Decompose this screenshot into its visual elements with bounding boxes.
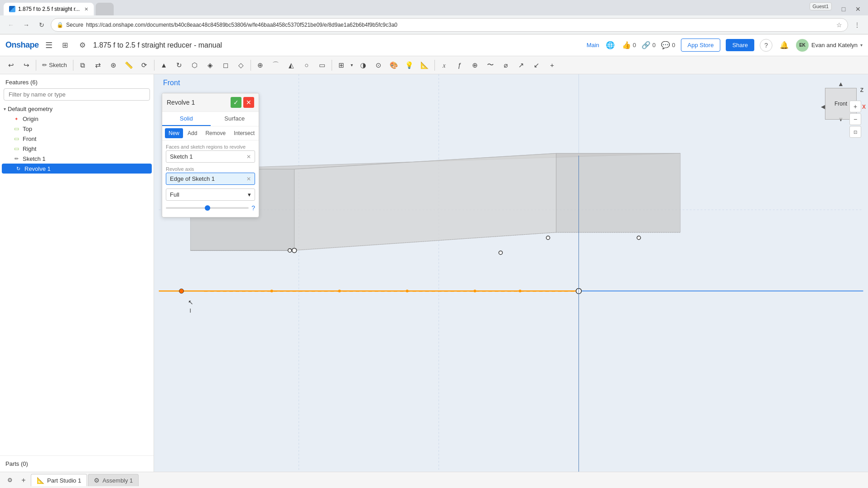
revolve-button[interactable]: ↻: [172, 58, 187, 72]
comment-count[interactable]: 💬 0: [661, 41, 675, 49]
full-type-select[interactable]: Full ▾: [166, 188, 255, 201]
main-toolbar: ↩ ↪ ✏ Sketch ⧉ ⇄ ⊛ 📏 ⟳ ▲ ↻ ⬡ ◈ ◻ ◇ ⊕ ⌒ ◭…: [0, 56, 868, 74]
tab-part-studio[interactable]: 📐 Part Studio 1: [31, 474, 87, 486]
pattern-button[interactable]: ⊛: [106, 58, 121, 72]
transform-button[interactable]: ⟳: [137, 58, 152, 72]
sub-tab-intersect[interactable]: Intersect: [230, 128, 258, 138]
curve-button[interactable]: 〜: [483, 58, 498, 72]
dialog-ok-button[interactable]: ✓: [231, 97, 241, 108]
feature-item-front[interactable]: ▭ Front: [0, 134, 154, 144]
bookmark-star-icon[interactable]: ☆: [836, 21, 842, 29]
hole-button[interactable]: ○: [299, 58, 314, 72]
share-button[interactable]: Share: [726, 39, 754, 51]
angle-slider-thumb[interactable]: [205, 205, 210, 211]
sketch-button[interactable]: ✏ Sketch: [39, 60, 71, 70]
faces-clear-icon[interactable]: ✕: [246, 154, 251, 160]
filter-input-container: [4, 88, 150, 101]
measure-button[interactable]: 📏: [122, 58, 136, 72]
feature-item-top[interactable]: ▭ Top: [0, 124, 154, 134]
axis-value: Edge of Sketch 1: [170, 175, 215, 182]
link-number: 0: [652, 42, 656, 48]
dialog-tab-solid[interactable]: Solid: [162, 112, 211, 126]
copy-button[interactable]: ⧉: [76, 58, 90, 72]
mate-connector-button[interactable]: ⊕: [468, 58, 482, 72]
draft-button[interactable]: ◭: [284, 58, 299, 72]
axis-field[interactable]: Edge of Sketch 1 ✕: [166, 173, 255, 185]
dialog-tab-surface[interactable]: Surface: [211, 112, 259, 126]
toolbar-separator-4: [251, 60, 251, 71]
axis-clear-icon[interactable]: ✕: [246, 176, 251, 182]
feature-item-origin[interactable]: ✦ Origin: [0, 114, 154, 124]
dialog-close-button[interactable]: ✕: [243, 97, 254, 108]
redo-button[interactable]: ↪: [19, 58, 34, 72]
loft-button[interactable]: ◈: [203, 58, 217, 72]
feature-item-sketch1[interactable]: ✏ Sketch 1: [0, 154, 154, 164]
grid-icon[interactable]: ⊞: [59, 39, 72, 52]
shell-button[interactable]: ◻: [218, 58, 233, 72]
address-bar[interactable]: 🔒 Secure https://cad.onshape.com/documen…: [51, 18, 848, 32]
close-window-button[interactable]: ✕: [852, 3, 864, 15]
boolean-button[interactable]: ⊕: [253, 58, 268, 72]
sub-tab-remove[interactable]: Remove: [202, 128, 229, 138]
appearance-button[interactable]: 🎨: [387, 58, 401, 72]
feature-item-revolve1[interactable]: ↻ Revolve 1: [2, 164, 152, 174]
settings-icon[interactable]: ⚙: [76, 39, 89, 52]
render-button[interactable]: 💡: [402, 58, 417, 72]
view-dropdown-button[interactable]: ▾: [349, 58, 355, 72]
filter-input[interactable]: [4, 88, 150, 101]
rotate-up-icon[interactable]: ▲: [836, 79, 846, 89]
zoom-in-button[interactable]: +: [849, 101, 861, 112]
maximize-button[interactable]: □: [837, 3, 850, 15]
tab-assembly[interactable]: ⚙ Assembly 1: [88, 474, 139, 486]
chamfer-button[interactable]: ◇: [234, 58, 248, 72]
top-nav: Onshape ☰ ⊞ ⚙ 1.875 f to 2.5 f straight …: [0, 34, 868, 56]
project-button[interactable]: ↗: [514, 58, 529, 72]
helix-button[interactable]: ⌀: [499, 58, 513, 72]
angle-slider[interactable]: [166, 207, 249, 209]
user-profile[interactable]: EK Evan and Katelyn ▾: [796, 39, 863, 52]
viewport[interactable]: Front: [154, 74, 868, 472]
notifications-icon[interactable]: 🔔: [778, 39, 791, 52]
thumbsup-count[interactable]: 👍 0: [622, 41, 636, 49]
zoom-out-button[interactable]: −: [849, 113, 861, 125]
globe-icon[interactable]: 🌐: [604, 39, 617, 52]
link-count[interactable]: 🔗 0: [641, 41, 656, 49]
mirror-button[interactable]: ⇄: [91, 58, 106, 72]
extensions-button[interactable]: ⋮: [851, 19, 863, 31]
hamburger-menu-icon[interactable]: ☰: [43, 39, 54, 52]
bottom-settings-icon[interactable]: ⚙: [4, 474, 16, 487]
variable-button[interactable]: 𝑥: [437, 58, 452, 72]
plane-button[interactable]: ▭: [315, 58, 329, 72]
browser-inactive-tab[interactable]: [96, 3, 114, 15]
isolate-button[interactable]: ⊙: [371, 58, 386, 72]
featurescript-button[interactable]: ƒ: [453, 58, 467, 72]
sub-tab-new[interactable]: New: [165, 128, 183, 138]
forward-button[interactable]: →: [20, 19, 33, 31]
measure2-button[interactable]: 📐: [418, 58, 432, 72]
x-axis-label: X: [862, 104, 866, 110]
help-button[interactable]: ?: [760, 39, 772, 52]
app-store-button[interactable]: App Store: [681, 39, 721, 52]
zoom-fit-button[interactable]: ⊡: [849, 126, 861, 138]
add-tab-button[interactable]: +: [17, 474, 30, 487]
help-icon[interactable]: ?: [251, 204, 255, 212]
undo-button[interactable]: ↩: [4, 58, 18, 72]
view-button[interactable]: ⊞: [334, 58, 349, 72]
wrap-button[interactable]: ↙: [530, 58, 544, 72]
extrude-button[interactable]: ▲: [157, 58, 171, 72]
fillet-button[interactable]: ⌒: [269, 58, 283, 72]
toolbar-separator-6: [434, 60, 435, 71]
browser-active-tab[interactable]: 1.875 f to 2.5 f straight r... ✕: [4, 3, 94, 15]
section-view-button[interactable]: ◑: [356, 58, 371, 72]
back-button[interactable]: ←: [5, 19, 17, 31]
tab-close-button[interactable]: ✕: [84, 6, 88, 12]
sweep-button[interactable]: ⬡: [188, 58, 202, 72]
default-geometry-group[interactable]: ▾ Default geometry: [0, 104, 154, 114]
faces-field[interactable]: Sketch 1 ✕: [166, 150, 255, 163]
add-button[interactable]: +: [545, 58, 559, 72]
sub-tab-add[interactable]: Add: [184, 128, 201, 138]
default-geometry-label: Default geometry: [8, 106, 53, 112]
refresh-button[interactable]: ↻: [35, 19, 48, 31]
feature-item-right[interactable]: ▭ Right: [0, 144, 154, 154]
svg-point-12: [406, 290, 409, 292]
